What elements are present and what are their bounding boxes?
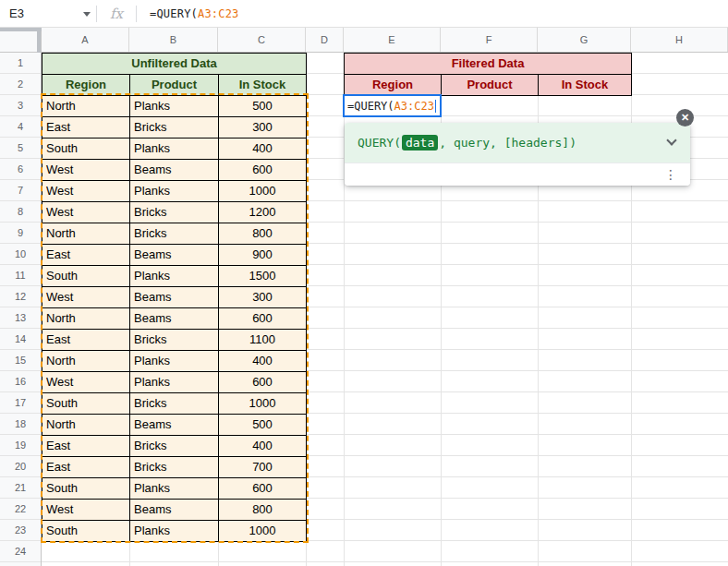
cell-a22[interactable]: West [42, 500, 130, 521]
row-header-1[interactable]: 1 [0, 53, 41, 74]
cell-b17[interactable]: Bricks [130, 393, 219, 415]
row-header-4[interactable]: 4 [0, 116, 41, 138]
row-header-7[interactable]: 7 [0, 180, 41, 201]
row-header-3[interactable]: 3 [0, 95, 41, 116]
name-box[interactable]: E3 [0, 0, 83, 28]
freeze-column-handle[interactable] [37, 28, 41, 53]
column-header-e[interactable]: E [344, 28, 441, 52]
row-header-6[interactable]: 6 [0, 159, 41, 180]
cell-b19[interactable]: Bricks [130, 436, 219, 457]
cell-a6[interactable]: West [42, 160, 130, 181]
cell-c3[interactable]: 500 [219, 96, 307, 117]
unfiltered-header-instock[interactable]: In Stock [219, 75, 307, 96]
row-header-2[interactable]: 2 [0, 74, 41, 95]
cell-a14[interactable]: East [42, 330, 130, 351]
cell-b18[interactable]: Beams [130, 415, 219, 436]
chevron-down-icon[interactable] [666, 135, 676, 145]
cell-b12[interactable]: Beams [130, 287, 219, 308]
cell-b16[interactable]: Planks [130, 372, 219, 393]
cell-b14[interactable]: Bricks [130, 330, 219, 351]
cell-c16[interactable]: 600 [219, 372, 307, 393]
row-header-24[interactable]: 24 [0, 541, 41, 562]
row-header-17[interactable]: 17 [0, 392, 41, 414]
cell-c4[interactable]: 300 [219, 117, 307, 138]
row-header-9[interactable]: 9 [0, 223, 41, 244]
cell-b9[interactable]: Bricks [130, 223, 219, 245]
column-header-d[interactable]: D [306, 28, 344, 52]
cell-b4[interactable]: Bricks [130, 117, 219, 138]
cell-c20[interactable]: 700 [219, 457, 307, 478]
cell-a7[interactable]: West [42, 181, 130, 202]
row-header-8[interactable]: 8 [0, 201, 41, 223]
cell-c5[interactable]: 400 [219, 138, 307, 160]
cell-b5[interactable]: Planks [130, 138, 219, 160]
cell-c7[interactable]: 1000 [219, 181, 307, 202]
close-help-button[interactable]: ✕ [676, 109, 694, 126]
row-header-16[interactable]: 16 [0, 371, 41, 392]
cell-a23[interactable]: South [42, 521, 130, 542]
cell-b22[interactable]: Beams [130, 500, 219, 521]
cell-c22[interactable]: 800 [219, 500, 307, 521]
cell-b15[interactable]: Planks [130, 351, 219, 372]
row-header-18[interactable]: 18 [0, 414, 41, 435]
cell-c6[interactable]: 600 [219, 160, 307, 181]
row-header-23[interactable]: 23 [0, 520, 41, 541]
row-header-12[interactable]: 12 [0, 286, 41, 307]
freeze-row-handle[interactable] [0, 28, 42, 31]
cell-c18[interactable]: 500 [219, 415, 307, 436]
cell-b10[interactable]: Beams [130, 245, 219, 266]
filtered-header-instock[interactable]: In Stock [539, 75, 632, 96]
cell-a5[interactable]: South [42, 138, 130, 160]
cell-c11[interactable]: 1500 [219, 266, 307, 287]
cell-a13[interactable]: North [42, 308, 130, 330]
row-header-5[interactable]: 5 [0, 138, 41, 159]
row-header-13[interactable]: 13 [0, 307, 41, 329]
column-header-c[interactable]: C [218, 28, 306, 52]
cell-a18[interactable]: North [42, 415, 130, 436]
cell-c12[interactable]: 300 [219, 287, 307, 308]
cell-c21[interactable]: 600 [219, 478, 307, 500]
cell-b11[interactable]: Planks [130, 266, 219, 287]
cell-a4[interactable]: East [42, 117, 130, 138]
name-box-dropdown-icon[interactable] [83, 12, 91, 17]
cell-b23[interactable]: Planks [130, 521, 219, 542]
cell-b6[interactable]: Beams [130, 160, 219, 181]
unfiltered-header-product[interactable]: Product [130, 75, 219, 96]
cell-b13[interactable]: Beams [130, 308, 219, 330]
column-header-b[interactable]: B [129, 28, 218, 52]
cell-editor-e3[interactable]: =QUERY(A3:C23 [343, 94, 442, 117]
cell-a9[interactable]: North [42, 223, 130, 245]
filtered-header-product[interactable]: Product [442, 75, 539, 96]
cell-a20[interactable]: East [42, 457, 130, 478]
cell-c8[interactable]: 1200 [219, 202, 307, 223]
cell-a12[interactable]: West [42, 287, 130, 308]
formula-signature-banner[interactable]: QUERY(data, query, [headers]) [345, 123, 690, 163]
cell-c10[interactable]: 900 [219, 245, 307, 266]
row-header-22[interactable]: 22 [0, 499, 41, 520]
cell-a11[interactable]: South [42, 266, 130, 287]
cell-b7[interactable]: Planks [130, 181, 219, 202]
cell-b21[interactable]: Planks [130, 478, 219, 500]
row-header-21[interactable]: 21 [0, 477, 41, 499]
formula-bar-input[interactable]: =QUERY(A3:C23 [137, 7, 239, 20]
cell-b8[interactable]: Bricks [130, 202, 219, 223]
unfiltered-title-cell[interactable]: Unfiltered Data [42, 54, 307, 75]
row-header-10[interactable]: 10 [0, 244, 41, 265]
cell-c9[interactable]: 800 [219, 223, 307, 245]
cell-a10[interactable]: East [42, 245, 130, 266]
cell-a8[interactable]: West [42, 202, 130, 223]
cell-a16[interactable]: West [42, 372, 130, 393]
column-header-h[interactable]: H [631, 28, 728, 52]
row-header-20[interactable]: 20 [0, 456, 41, 477]
row-header-11[interactable]: 11 [0, 265, 41, 286]
column-header-g[interactable]: G [538, 28, 631, 52]
column-header-a[interactable]: A [42, 28, 129, 52]
cell-c15[interactable]: 400 [219, 351, 307, 372]
cell-a19[interactable]: East [42, 436, 130, 457]
row-header-19[interactable]: 19 [0, 435, 41, 456]
cell-a15[interactable]: North [42, 351, 130, 372]
cell-c17[interactable]: 1000 [219, 393, 307, 415]
cell-a21[interactable]: South [42, 478, 130, 500]
cell-a3[interactable]: North [42, 96, 130, 117]
row-header-15[interactable]: 15 [0, 350, 41, 371]
